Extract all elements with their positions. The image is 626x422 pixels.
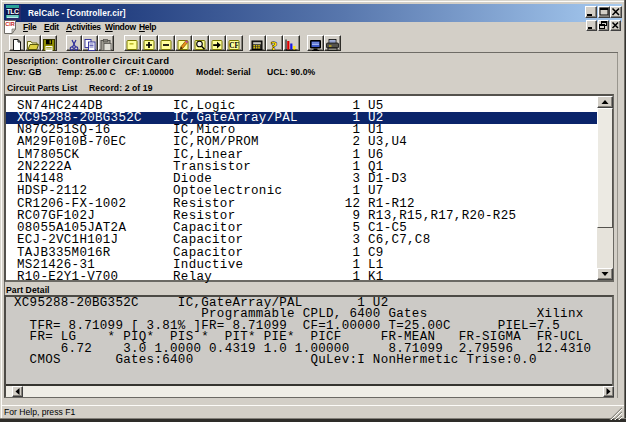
svg-text:?: ? [271,39,278,51]
svg-text:CIR: CIR [5,21,15,27]
svg-text:CF: CF [229,42,239,50]
svg-text:TLC: TLC [6,8,19,15]
